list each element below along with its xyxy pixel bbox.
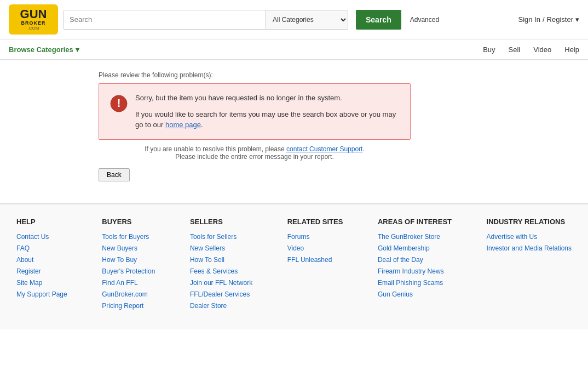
list-item: Find An FFL (102, 278, 155, 287)
search-box: All Categories (64, 10, 348, 30)
footer-link[interactable]: Investor and Media Relations (487, 244, 572, 252)
register-dropdown-arrow[interactable]: ▾ (575, 15, 579, 24)
list-item: Gun Genius (378, 290, 452, 298)
list-item: Investor and Media Relations (487, 244, 572, 252)
list-item: Buyer's Protection (102, 267, 155, 275)
footer-heading-related: RELATED SITES (287, 218, 343, 226)
footer-heading-industry: INDUSTRY RELATIONS (487, 218, 572, 226)
footer-link[interactable]: Advertise with Us (487, 233, 538, 241)
nav-help-link[interactable]: Help (564, 45, 579, 54)
problem-label: Please review the following problem(s): (99, 71, 572, 79)
footer-link[interactable]: Tools for Buyers (102, 233, 149, 241)
list-item: Contact Us (16, 232, 67, 241)
footer-link[interactable]: Deal of the Day (378, 256, 423, 264)
footer-link[interactable]: Site Map (16, 279, 42, 287)
register-link[interactable]: Register (547, 15, 573, 24)
list-item: GunBroker.com (102, 290, 155, 298)
list-item: FAQ (16, 244, 67, 252)
search-input[interactable] (64, 10, 266, 29)
list-item: The GunBroker Store (378, 232, 452, 241)
list-item: FFL/Dealer Services (190, 290, 252, 298)
footer-link[interactable]: Join our FFL Network (190, 279, 252, 287)
footer-link[interactable]: Buyer's Protection (102, 267, 155, 275)
browse-categories-arrow: ▾ (76, 45, 79, 54)
main-content: Please review the following problem(s): … (0, 60, 588, 203)
footer-link[interactable]: Find An FFL (102, 279, 137, 287)
list-item: Fees & Services (190, 267, 252, 275)
list-item: Email Phishing Scams (378, 278, 452, 287)
footer-link[interactable]: New Buyers (102, 244, 137, 252)
footer-link[interactable]: The GunBroker Store (378, 233, 440, 241)
footer-link[interactable]: Dealer Store (190, 302, 227, 310)
site-footer: HELPContact UsFAQAboutRegisterSite MapMy… (0, 203, 588, 329)
list-item: Join our FFL Network (190, 278, 252, 287)
footer-heading-help: HELP (16, 218, 67, 226)
list-item: My Support Page (16, 290, 67, 298)
footer-link[interactable]: FFL/Dealer Services (190, 290, 250, 298)
list-item: New Buyers (102, 244, 155, 252)
error-box: ! Sorry, but the item you have requested… (99, 83, 411, 140)
nav-buy-link[interactable]: Buy (483, 45, 495, 54)
back-button[interactable]: Back (99, 168, 130, 181)
error-title: Sorry, but the item you have requested i… (135, 93, 399, 104)
footer-link[interactable]: Pricing Report (102, 302, 143, 310)
list-item: Tools for Sellers (190, 232, 252, 241)
browse-categories-button[interactable]: Browse Categories ▾ (9, 45, 79, 54)
search-button[interactable]: Search (356, 10, 401, 30)
list-item: Advertise with Us (487, 232, 572, 241)
list-item: Firearm Industry News (378, 267, 452, 275)
list-item: New Sellers (190, 244, 252, 252)
site-logo[interactable]: GUN BROKER .COM (9, 4, 58, 35)
footer-link[interactable]: FFL Unleashed (287, 256, 332, 264)
footer-col-help: HELPContact UsFAQAboutRegisterSite MapMy… (16, 218, 67, 313)
nav-video-link[interactable]: Video (533, 45, 551, 54)
footer-link[interactable]: Gold Membership (378, 244, 430, 252)
footer-link[interactable]: GunBroker.com (102, 290, 147, 298)
logo-gun-text: GUN (20, 8, 47, 20)
list-item: Tools for Buyers (102, 232, 155, 241)
footer-link[interactable]: Register (16, 267, 41, 275)
footer-heading-sellers: SELLERS (190, 218, 252, 226)
footer-link[interactable]: Tools for Sellers (190, 233, 237, 241)
footer-link[interactable]: My Support Page (16, 290, 67, 298)
list-item: Pricing Report (102, 301, 155, 310)
footer-link[interactable]: FAQ (16, 244, 30, 252)
footer-link[interactable]: Firearm Industry News (378, 267, 444, 275)
footer-link[interactable]: Fees & Services (190, 267, 238, 275)
logo-com-text: .COM (28, 26, 39, 31)
list-item: How To Buy (102, 255, 155, 264)
footer-link[interactable]: Video (287, 244, 304, 252)
home-page-link[interactable]: home page (165, 121, 201, 129)
error-icon: ! (110, 95, 128, 112)
error-text-block: Sorry, but the item you have requested i… (135, 93, 399, 130)
main-nav: Browse Categories ▾ Buy Sell Video Help (0, 39, 588, 60)
category-select[interactable]: All Categories (266, 10, 348, 29)
support-text: If you are unable to resolve this proble… (99, 145, 411, 161)
footer-col-sellers: SELLERSTools for SellersNew SellersHow T… (190, 218, 252, 313)
auth-separator: / (543, 15, 545, 24)
footer-heading-areas: AREAS OF INTEREST (378, 218, 452, 226)
footer-link[interactable]: New Sellers (190, 244, 225, 252)
footer-col-areas: AREAS OF INTERESTThe GunBroker StoreGold… (378, 218, 452, 313)
list-item: FFL Unleashed (287, 255, 343, 264)
footer-link[interactable]: Contact Us (16, 233, 49, 241)
contact-support-link[interactable]: contact Customer Support (286, 145, 362, 153)
sign-in-link[interactable]: Sign In (518, 15, 540, 24)
auth-links: Sign In / Register ▾ (518, 15, 579, 24)
footer-link[interactable]: Email Phishing Scams (378, 279, 443, 287)
nav-links: Buy Sell Video Help (483, 45, 579, 54)
nav-sell-link[interactable]: Sell (509, 45, 521, 54)
footer-link[interactable]: Forums (287, 233, 310, 241)
footer-link[interactable]: About (16, 256, 33, 264)
list-item: Site Map (16, 278, 67, 287)
footer-link[interactable]: How To Sell (190, 256, 224, 264)
advanced-search-link[interactable]: Advanced (410, 16, 439, 24)
footer-link[interactable]: How To Buy (102, 256, 137, 264)
error-body: If you would like to search for items yo… (135, 109, 399, 130)
list-item: About (16, 255, 67, 264)
footer-link[interactable]: Gun Genius (378, 290, 413, 298)
site-header: GUN BROKER .COM All Categories Search Ad… (0, 0, 588, 39)
footer-col-related: RELATED SITESForumsVideoFFL Unleashed (287, 218, 343, 313)
list-item: Register (16, 267, 67, 275)
list-item: Video (287, 244, 343, 252)
